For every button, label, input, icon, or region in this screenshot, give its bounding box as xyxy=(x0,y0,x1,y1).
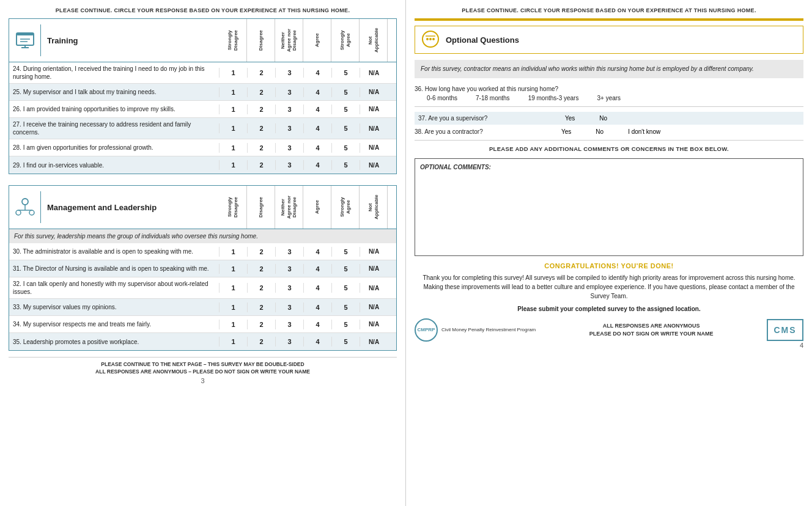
submit-notice: Please submit your completed survey to t… xyxy=(415,306,803,312)
q36-block: 36. How long have you worked at this nur… xyxy=(415,86,803,101)
table-row: 24. During orientation, I received the t… xyxy=(9,62,396,84)
cmprp-circle: CMPRP xyxy=(415,318,438,342)
table-row: 27. I receive the training necessary to … xyxy=(9,118,396,139)
left-page: PLEASE CONTINUE. CIRCLE YOUR RESPONSE BA… xyxy=(0,0,406,506)
comments-label: OPTIONAL COMMENTS: xyxy=(420,164,798,170)
svg-point-16 xyxy=(429,38,432,40)
gold-bar xyxy=(415,18,803,21)
col-agree-2: Agree xyxy=(303,186,331,229)
svg-point-8 xyxy=(29,210,34,215)
q36-options: 0-6 months 7-18 months 19 months-3 years… xyxy=(415,95,803,101)
q36-label: 36. How long have you worked at this nur… xyxy=(415,86,803,92)
cmprp-logo: CMPRP Civil Money Penalty Reinvestment P… xyxy=(415,318,536,342)
table-row: 32. I can talk openly and honestly with … xyxy=(9,277,396,299)
mgmt-title: Management and Leadership xyxy=(41,199,219,216)
footer-logos: CMPRP Civil Money Penalty Reinvestment P… xyxy=(415,318,803,342)
q38-label: 38. Are you a contractor? xyxy=(415,128,537,135)
mgmt-icon xyxy=(9,191,41,223)
optional-info-text: For this survey, contractor means an ind… xyxy=(415,60,803,78)
optional-title: Optional Questions xyxy=(446,35,519,45)
col-neither-1: NeitherAgree norDisagree xyxy=(275,19,303,62)
right-top-notice: PLEASE CONTINUE. CIRCLE YOUR RESPONSE BA… xyxy=(415,7,803,13)
training-title: Training xyxy=(41,32,219,49)
comments-box[interactable]: OPTIONAL COMMENTS: xyxy=(415,158,803,256)
training-icon xyxy=(9,24,41,56)
divider-1 xyxy=(415,106,803,107)
mgmt-section-header: Management and Leadership StronglyDisagr… xyxy=(9,185,397,229)
col-na-1: NotApplicable xyxy=(360,19,388,62)
optional-questions-header: Optional Questions xyxy=(415,26,803,54)
table-row: 29. I find our in-services valuable. 1 2… xyxy=(9,156,396,174)
q37-label: 37. Are you a supervisor? xyxy=(418,115,541,122)
col-disagree-1: Disagree xyxy=(247,19,275,62)
svg-rect-1 xyxy=(17,33,34,35)
mgmt-info-text: For this survey, leadership means the gr… xyxy=(9,229,397,243)
svg-point-7 xyxy=(16,210,21,215)
right-page: PLEASE CONTINUE. CIRCLE YOUR RESPONSE BA… xyxy=(406,0,812,506)
divider-2 xyxy=(415,140,803,141)
col-agree-1: Agree xyxy=(303,19,331,62)
col-na-2: NotApplicable xyxy=(360,186,388,229)
mgmt-table: 30. The administrator is available and i… xyxy=(9,243,397,351)
table-row: 28. I am given opportunities for profess… xyxy=(9,139,396,156)
table-row: 33. My supervisor values my opinions. 1 … xyxy=(9,299,396,316)
table-row: 31. The Director of Nursing is available… xyxy=(9,260,396,277)
anon-footer-text: ALL RESPONSES ARE ANONYMOUS PLEASE DO NO… xyxy=(589,322,714,339)
col-strongly-disagree-1: StronglyDisagree xyxy=(219,19,247,62)
table-row: 30. The administrator is available and i… xyxy=(9,243,396,260)
svg-point-6 xyxy=(22,199,28,205)
svg-point-17 xyxy=(432,38,435,40)
cms-logo-block: CMS xyxy=(767,319,803,341)
mgmt-col-headers: StronglyDisagree Disagree NeitherAgree n… xyxy=(219,186,396,229)
optional-icon xyxy=(421,30,440,50)
col-neither-2: NeitherAgree norDisagree xyxy=(275,186,303,229)
congrats-text: CONGRATULATIONS! YOU'RE DONE! xyxy=(415,262,803,270)
col-strongly-agree-1: StronglyAgree xyxy=(331,19,360,62)
training-section-header: Training StronglyDisagree Disagree Neith… xyxy=(9,18,397,62)
col-strongly-disagree-2: StronglyDisagree xyxy=(219,186,247,229)
table-row: 25. My supervisor and I talk about my tr… xyxy=(9,84,396,101)
left-top-notice: PLEASE CONTINUE. CIRCLE YOUR RESPONSE BA… xyxy=(9,7,397,13)
training-table: 24. During orientation, I received the t… xyxy=(9,62,397,174)
thank-you-text: Thank you for completing this survey! Al… xyxy=(415,273,803,301)
left-page-number: 3 xyxy=(9,377,397,384)
table-row: 34. My supervisor respects me and treats… xyxy=(9,316,396,333)
comments-header: PLEASE ADD ANY ADDITIONAL COMMENTS OR CO… xyxy=(415,145,803,152)
left-bottom-notice: PLEASE CONTINUE TO THE NEXT PAGE – THIS … xyxy=(9,357,397,375)
table-row: 35. Leadership promotes a positive workp… xyxy=(9,333,396,350)
table-row: 26. I am provided training opportunities… xyxy=(9,101,396,118)
cmprp-full-text: Civil Money Penalty Reinvestment Program xyxy=(441,327,536,333)
training-col-headers: StronglyDisagree Disagree NeitherAgree n… xyxy=(219,19,396,62)
q38-block: 38. Are you a contractor? Yes No I don't… xyxy=(415,128,803,135)
cms-badge: CMS xyxy=(767,319,803,341)
right-page-number: 4 xyxy=(415,342,803,349)
col-strongly-agree-2: StronglyAgree xyxy=(331,186,360,229)
col-disagree-2: Disagree xyxy=(247,186,275,229)
svg-point-15 xyxy=(426,38,429,40)
q37-block: 37. Are you a supervisor? Yes No xyxy=(415,112,803,125)
